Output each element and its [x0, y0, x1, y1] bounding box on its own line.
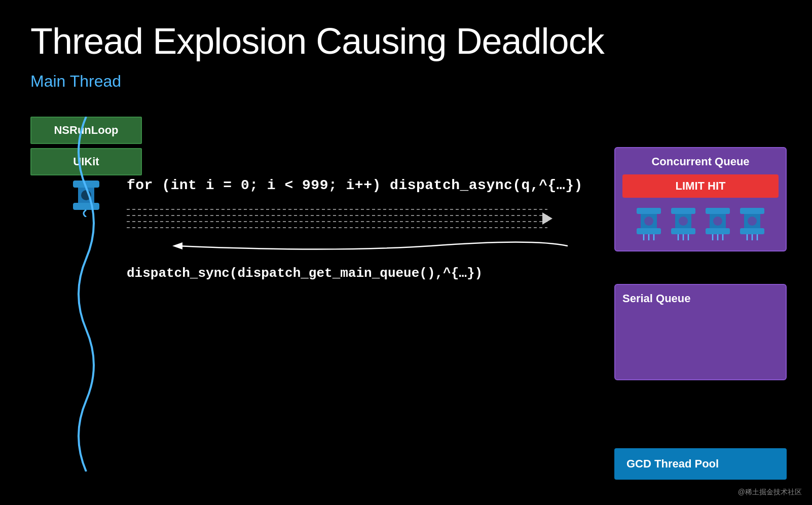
dispatch-sync-text: dispatch_sync(dispatch_get_main_queue(),…	[127, 266, 583, 281]
slide: Thread Explosion Causing Deadlock Main T…	[0, 0, 812, 505]
spool-icon-1	[636, 208, 662, 240]
main-thread-label: Main Thread	[30, 72, 782, 91]
svg-marker-9	[172, 242, 182, 249]
spools-row	[622, 205, 779, 243]
slide-title: Thread Explosion Causing Deadlock	[30, 20, 782, 62]
svg-rect-17	[671, 228, 695, 234]
svg-rect-25	[740, 228, 764, 234]
limit-hit-badge: LIMIT HIT	[622, 174, 779, 198]
svg-marker-8	[542, 212, 552, 225]
svg-point-16	[679, 217, 688, 226]
dispatch-sync-section: dispatch_sync(dispatch_get_main_queue(),…	[127, 233, 583, 281]
spool-icon-3	[705, 208, 731, 240]
dotted-arrow-svg: // We'll draw them statically	[127, 200, 583, 236]
svg-rect-21	[706, 228, 730, 234]
svg-rect-14	[671, 208, 695, 214]
gcd-pool-title: GCD Thread Pool	[626, 457, 774, 471]
gcd-pool-box: GCD Thread Pool	[614, 448, 787, 480]
svg-rect-22	[740, 208, 764, 214]
spool-icon-2	[670, 208, 696, 240]
svg-rect-18	[706, 208, 730, 214]
for-loop-code: for (int i = 0; i < 999; i++) dispatch_a…	[127, 177, 583, 238]
spool-icon-4	[739, 208, 765, 240]
svg-point-12	[644, 217, 653, 226]
thread-wave-svg	[66, 117, 106, 472]
concurrent-queue-title: Concurrent Queue	[622, 155, 779, 168]
for-loop-text: for (int i = 0; i < 999; i++) dispatch_a…	[127, 177, 583, 193]
concurrent-queue-box: Concurrent Queue LIMIT HIT	[614, 147, 787, 251]
back-arrow-svg	[127, 233, 583, 259]
svg-point-24	[748, 217, 757, 226]
watermark: @稀土掘金技术社区	[738, 488, 802, 497]
serial-queue-box: Serial Queue	[614, 284, 787, 380]
svg-rect-13	[637, 228, 661, 234]
svg-point-20	[713, 217, 722, 226]
serial-queue-title: Serial Queue	[622, 292, 691, 305]
svg-rect-10	[637, 208, 661, 214]
